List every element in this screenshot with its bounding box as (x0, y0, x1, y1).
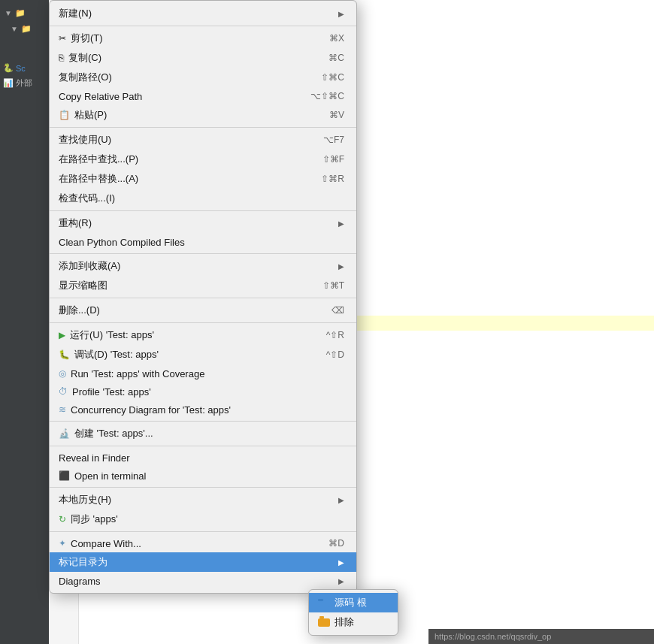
separator-8 (50, 446, 356, 446)
ext-file-item[interactable]: 📊 外部 (0, 76, 49, 90)
sc-label: Sc (16, 64, 26, 73)
menu-item-inspect[interactable]: 检查代码...(I) (50, 189, 356, 208)
create-test-icon: 🔬 (59, 428, 70, 439)
arrow-icon-history: ▶ (338, 496, 344, 504)
debug-label: 调试(D) 'Test: apps' (74, 348, 159, 361)
create-test-label: 创建 'Test: apps'... (74, 427, 153, 440)
arrow-icon-diagrams: ▶ (338, 577, 344, 585)
concurrency-icon: ≋ (59, 404, 66, 415)
menu-item-delete[interactable]: 删除...(D) ⌫ (50, 301, 356, 320)
diagrams-label: Diagrams (59, 576, 101, 587)
menu-item-run[interactable]: ▶ 运行(U) 'Test: apps' ^⇧R (50, 325, 356, 345)
show-thumbnail-shortcut: ⇧⌘T (322, 280, 344, 291)
local-history-label: 本地历史(H) (59, 493, 111, 506)
menu-item-cut[interactable]: ✂ 剪切(T) ⌘X (50, 29, 356, 48)
debug-shortcut: ^⇧D (326, 349, 344, 360)
delete-label: 删除...(D) (59, 304, 100, 317)
separator-3 (50, 210, 356, 211)
compare-icon: ✦ (59, 538, 66, 549)
menu-item-mark-dir[interactable]: 标记目录为 ▶ (50, 552, 356, 572)
exclude-label: 排除 (335, 615, 354, 629)
copy-label: 复制(C) (68, 51, 101, 65)
separator-1 (50, 26, 356, 26)
arrow-icon-mark-dir: ▶ (338, 558, 344, 567)
debug-icon: 🐛 (59, 349, 70, 360)
compare-shortcut: ⌘D (329, 538, 344, 549)
copy-icon: ⎘ (59, 53, 64, 63)
menu-item-find-in-path[interactable]: 在路径中查找...(P) ⇧⌘F (50, 150, 356, 169)
cut-label: 剪切(T) (71, 32, 103, 45)
sync-label: 同步 'apps' (71, 512, 118, 526)
copy-relative-label: Copy Relative Path (59, 91, 142, 102)
folder-blue-icon (318, 597, 330, 609)
menu-item-debug[interactable]: 🐛 调试(D) 'Test: apps' ^⇧D (50, 345, 356, 364)
menu-item-create-test[interactable]: 🔬 创建 'Test: apps'... (50, 424, 356, 443)
menu-item-find-usages[interactable]: 查找使用(U) ⌥F7 (50, 130, 356, 150)
separator-10 (50, 531, 356, 532)
menu-item-open-terminal[interactable]: ⬛ Open in terminal (50, 467, 356, 485)
menu-item-replace-in-path[interactable]: 在路径中替换...(A) ⇧⌘R (50, 169, 356, 189)
menu-item-clean-py[interactable]: Clean Python Compiled Files (50, 233, 356, 251)
sc-file-item[interactable]: 🐍 Sc (0, 62, 49, 74)
replace-in-path-label: 在路径中替换...(A) (59, 172, 138, 186)
find-usages-label: 查找使用(U) (59, 133, 111, 147)
menu-item-local-history[interactable]: 本地历史(H) ▶ (50, 490, 356, 509)
submenu-item-source-root[interactable]: 源码 根 (309, 593, 398, 612)
mark-dir-label: 标记目录为 (59, 555, 107, 569)
new-label: 新建(N) (59, 7, 92, 20)
delete-shortcut: ⌫ (332, 305, 344, 316)
concurrency-label: Concurrency Diagram for 'Test: apps' (71, 404, 231, 416)
status-bar: https://blog.csdn.net/qqsrdiv_op (428, 629, 654, 644)
folder-icon: 📁 (15, 8, 26, 18)
menu-item-add-bookmark[interactable]: 添加到收藏(A) ▶ (50, 256, 356, 276)
run-shortcut: ^⇧R (326, 330, 344, 340)
tree-collapse[interactable]: ▼ 📁 (0, 6, 49, 20)
refactor-label: 重构(R) (59, 216, 92, 230)
menu-item-concurrency[interactable]: ≋ Concurrency Diagram for 'Test: apps' (50, 401, 356, 419)
submenu: 源码 根 排除 (308, 589, 398, 636)
menu-item-copy-path[interactable]: 复制路径(O) ⇧⌘C (50, 68, 356, 87)
folder-orange-icon (318, 616, 330, 629)
arrow-icon-bookmark: ▶ (338, 262, 344, 271)
run-label: 运行(U) 'Test: apps' (70, 328, 154, 342)
menu-item-new[interactable]: 新建(N) ▶ (50, 4, 356, 23)
submenu-item-exclude[interactable]: 排除 (309, 612, 398, 632)
profile-label: Profile 'Test: apps' (72, 386, 151, 398)
separator-4 (50, 253, 356, 254)
menu-item-copy[interactable]: ⎘ 复制(C) ⌘C (50, 48, 356, 68)
menu-item-reveal-finder[interactable]: Reveal in Finder (50, 449, 356, 467)
folder-icon-2: 📁 (21, 24, 32, 34)
menu-item-diagrams[interactable]: Diagrams ▶ (50, 572, 356, 590)
menu-item-sync[interactable]: ↻ 同步 'apps' (50, 509, 356, 529)
copy-path-shortcut: ⇧⌘C (321, 72, 344, 83)
copy-shortcut: ⌘C (329, 53, 344, 63)
status-url: https://blog.csdn.net/qqsrdiv_op (434, 632, 551, 641)
compare-label: Compare With... (71, 538, 141, 549)
menu-item-refactor[interactable]: 重构(R) ▶ (50, 213, 356, 233)
menu-item-paste[interactable]: 📋 粘贴(P) ⌘V (50, 105, 356, 125)
paste-shortcut: ⌘V (329, 110, 344, 120)
tree-sub-item: ▼ 📁 (0, 22, 49, 36)
file-icon: 🐍 (3, 63, 14, 73)
menu-item-profile[interactable]: ⏱ Profile 'Test: apps' (50, 382, 356, 401)
show-thumbnail-label: 显示缩略图 (59, 279, 107, 292)
source-root-label: 源码 根 (335, 596, 367, 609)
menu-item-copy-relative[interactable]: Copy Relative Path ⌥⇧⌘C (50, 87, 356, 105)
coverage-icon: ◎ (59, 368, 66, 379)
scissors-icon: ✂ (59, 33, 66, 44)
paste-icon: 📋 (59, 110, 70, 120)
context-menu: 新建(N) ▶ ✂ 剪切(T) ⌘X ⎘ 复制(C) ⌘C 复制路径(O) ⇧⌘… (49, 0, 357, 594)
menu-item-compare[interactable]: ✦ Compare With... ⌘D (50, 534, 356, 552)
open-terminal-label: Open in terminal (74, 470, 146, 482)
add-bookmark-label: 添加到收藏(A) (59, 259, 120, 273)
coverage-label: Run 'Test: apps' with Coverage (71, 368, 204, 379)
arrow-icon-refactor: ▶ (338, 219, 344, 228)
sync-icon: ↻ (59, 514, 66, 525)
separator-5 (50, 298, 356, 298)
clean-py-label: Clean Python Compiled Files (59, 237, 185, 248)
menu-item-coverage[interactable]: ◎ Run 'Test: apps' with Coverage (50, 364, 356, 382)
menu-item-show-thumbnail[interactable]: 显示缩略图 ⇧⌘T (50, 276, 356, 295)
svg-rect-3 (318, 618, 330, 627)
chart-icon: 📊 (3, 78, 14, 88)
run-icon: ▶ (59, 330, 65, 340)
